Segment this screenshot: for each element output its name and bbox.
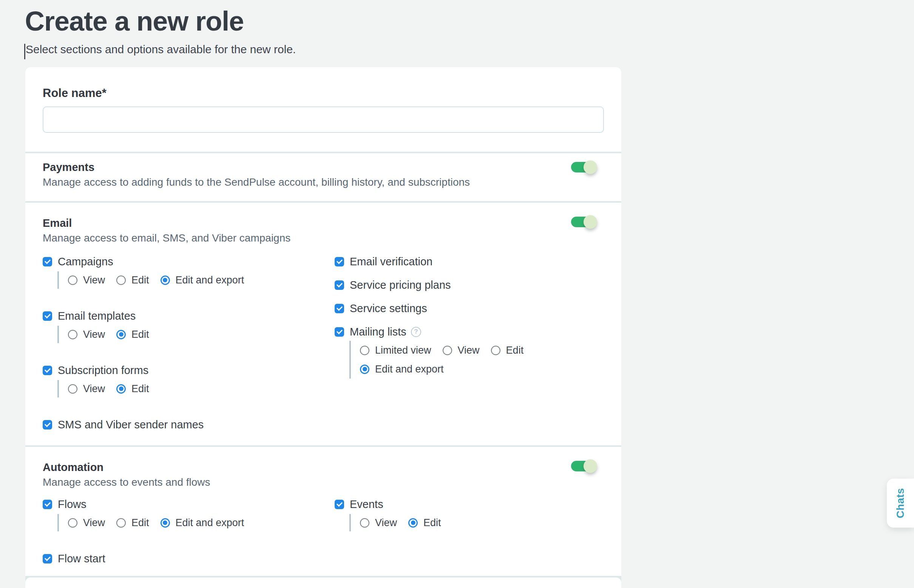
mailing-lists-edit-export-radio[interactable] <box>360 365 369 374</box>
mailing-lists-limited-view-option[interactable]: Limited view <box>360 345 431 355</box>
text-cursor <box>24 44 25 59</box>
mailing-lists-view-radio[interactable] <box>442 346 452 355</box>
checkmark-icon <box>337 305 343 310</box>
mailing-lists-edit-option[interactable]: Edit <box>491 345 524 355</box>
flow-start-label: Flow start <box>58 552 105 565</box>
events-radio-group: View Edit <box>349 514 604 531</box>
role-name-section: Role name* <box>25 67 621 152</box>
role-name-label: Role name* <box>43 87 604 99</box>
flows-radio-group: View Edit Edit and export <box>57 514 335 531</box>
automation-toggle[interactable] <box>571 461 591 472</box>
chats-tab[interactable]: Chats <box>887 478 914 528</box>
service-pricing-plans-label: Service pricing plans <box>350 279 451 291</box>
email-section-title: Email <box>43 217 604 229</box>
checkmark-icon <box>45 367 50 373</box>
checkmark-icon <box>45 421 50 427</box>
campaigns-edit-export-option[interactable]: Edit and export <box>160 275 245 285</box>
toggle-knob-icon <box>583 160 597 174</box>
email-section-desc: Manage access to email, SMS, and Viber c… <box>43 233 604 244</box>
sms-viber-sender-names-checkbox[interactable] <box>43 420 52 430</box>
service-pricing-plans-checkbox[interactable] <box>335 280 344 290</box>
mailing-lists-row: Mailing lists ? <box>335 326 604 338</box>
events-label: Events <box>350 498 383 510</box>
role-name-input[interactable] <box>43 107 604 133</box>
mailing-lists-label: Mailing lists <box>350 326 407 338</box>
help-icon[interactable]: ? <box>411 327 421 337</box>
campaigns-checkbox[interactable] <box>43 257 52 267</box>
subscription-forms-view-option[interactable]: View <box>68 384 105 394</box>
campaigns-edit-radio[interactable] <box>116 276 126 285</box>
checkmark-icon <box>45 312 50 318</box>
email-templates-edit-option[interactable]: Edit <box>116 330 149 339</box>
checkmark-icon <box>45 258 50 264</box>
email-verification-checkbox[interactable] <box>335 257 344 267</box>
email-section: Email Manage access to email, SMS, and V… <box>25 203 621 445</box>
email-toggle[interactable] <box>571 216 591 227</box>
payments-section-desc: Manage access to adding funds to the Sen… <box>43 177 604 187</box>
campaigns-edit-export-radio[interactable] <box>160 276 170 285</box>
checkmark-icon <box>45 555 50 561</box>
role-form-card: Role name* Payments Manage access to add… <box>25 67 621 588</box>
email-templates-checkbox[interactable] <box>43 311 52 321</box>
service-settings-row: Service settings <box>335 302 604 314</box>
service-settings-checkbox[interactable] <box>335 304 344 313</box>
flows-checkbox[interactable] <box>43 500 52 509</box>
flows-view-option[interactable]: View <box>68 518 105 528</box>
checkmark-icon <box>45 501 50 506</box>
next-card-peek <box>25 577 621 588</box>
flow-start-row: Flow start <box>43 552 335 565</box>
page-title: Create a new role <box>25 7 244 36</box>
mailing-lists-edit-export-option[interactable]: Edit and export <box>360 364 444 374</box>
payments-toggle[interactable] <box>571 162 591 173</box>
campaigns-edit-option[interactable]: Edit <box>116 275 149 285</box>
flows-edit-export-radio[interactable] <box>160 518 170 528</box>
flows-edit-radio[interactable] <box>116 518 126 528</box>
subscription-forms-edit-option[interactable]: Edit <box>116 384 149 394</box>
events-checkbox[interactable] <box>335 500 344 509</box>
campaigns-radio-group: View Edit Edit and export <box>57 271 335 289</box>
events-row: Events <box>335 498 604 510</box>
email-templates-view-option[interactable]: View <box>68 330 105 339</box>
toggle-knob-icon <box>583 215 597 229</box>
automation-section: Automation Manage access to events and f… <box>25 447 621 576</box>
flow-start-checkbox[interactable] <box>43 554 52 564</box>
events-view-option[interactable]: View <box>360 518 397 528</box>
checkmark-icon <box>337 501 343 506</box>
campaigns-view-option[interactable]: View <box>68 275 105 285</box>
checkmark-icon <box>337 281 343 287</box>
email-templates-label: Email templates <box>58 310 136 322</box>
events-edit-option[interactable]: Edit <box>408 518 441 528</box>
flows-edit-export-option[interactable]: Edit and export <box>160 518 245 528</box>
mailing-lists-view-option[interactable]: View <box>442 345 480 355</box>
mailing-lists-checkbox[interactable] <box>335 327 344 337</box>
email-verification-label: Email verification <box>350 255 433 268</box>
flows-label: Flows <box>58 498 86 510</box>
subscription-forms-radio-group: View Edit <box>57 380 335 397</box>
flows-edit-option[interactable]: Edit <box>116 518 149 528</box>
email-templates-radio-group: View Edit <box>57 326 335 343</box>
flows-view-radio[interactable] <box>68 518 78 528</box>
subscription-forms-label: Subscription forms <box>58 364 148 376</box>
subscription-forms-edit-radio[interactable] <box>116 384 126 394</box>
automation-section-title: Automation <box>43 461 604 473</box>
campaigns-label: Campaigns <box>58 255 113 268</box>
service-pricing-plans-row: Service pricing plans <box>335 279 604 291</box>
flows-row: Flows <box>43 498 335 510</box>
checkmark-icon <box>337 258 343 264</box>
subscription-forms-checkbox[interactable] <box>43 366 52 375</box>
sms-viber-sender-names-row: SMS and Viber sender names <box>43 418 335 431</box>
mailing-lists-edit-radio[interactable] <box>491 346 501 355</box>
checkmark-icon <box>337 328 343 334</box>
service-settings-label: Service settings <box>350 302 427 315</box>
page-subtitle: Select sections and options available fo… <box>26 42 296 57</box>
email-templates-view-radio[interactable] <box>68 330 78 339</box>
campaigns-view-radio[interactable] <box>68 276 78 285</box>
automation-right-column: Events View Edit <box>335 498 604 565</box>
email-templates-edit-radio[interactable] <box>116 330 126 339</box>
mailing-lists-limited-view-radio[interactable] <box>360 346 369 355</box>
subscription-forms-view-radio[interactable] <box>68 384 78 394</box>
events-view-radio[interactable] <box>360 518 369 528</box>
sms-viber-sender-names-label: SMS and Viber sender names <box>58 418 204 431</box>
email-templates-row: Email templates <box>43 310 335 322</box>
events-edit-radio[interactable] <box>408 518 418 528</box>
